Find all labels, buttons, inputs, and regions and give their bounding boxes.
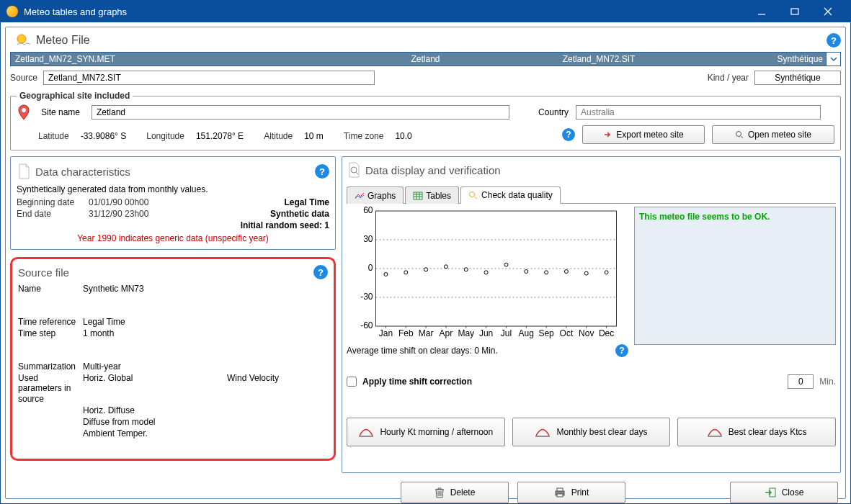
- summ-value: Multi-year: [83, 361, 328, 372]
- file-name-b: Zetland: [406, 54, 444, 64]
- monthly-clear-button[interactable]: Monthly best clear days: [512, 418, 671, 446]
- svg-text:Apr: Apr: [440, 328, 453, 338]
- btn-label: Close: [782, 487, 804, 498]
- btn-label: Delete: [450, 487, 476, 498]
- shift-minutes-input[interactable]: [788, 374, 814, 389]
- end-label: End date: [17, 209, 89, 219]
- data-display-panel: Data display and verification Graphs Tab…: [342, 156, 841, 473]
- apply-shift-checkbox[interactable]: [347, 377, 357, 387]
- svg-point-54: [464, 268, 468, 271]
- param2: Horiz. Diffuse: [83, 405, 328, 415]
- timestep-label: Time step: [18, 328, 83, 338]
- status-box: This meteo file seems to be OK.: [634, 207, 836, 345]
- param5: Wind Velocity: [227, 373, 328, 404]
- svg-point-52: [424, 268, 428, 271]
- hourly-kt-button[interactable]: Hourly Kt morning / afternoon: [347, 418, 505, 446]
- end-value: 31/12/90 23h00: [89, 209, 148, 219]
- svg-text:Jun: Jun: [479, 328, 493, 338]
- site-name-input[interactable]: [92, 105, 509, 120]
- svg-text:30: 30: [363, 234, 373, 244]
- alt-label: Altitude: [264, 131, 293, 141]
- svg-point-60: [584, 271, 588, 275]
- arrow-right-icon: [603, 130, 612, 139]
- svg-rect-1: [791, 9, 798, 14]
- legal-time: Legal Time: [285, 197, 329, 207]
- help-icon[interactable]: ?: [313, 265, 328, 279]
- curve-icon: [707, 426, 723, 438]
- country-input[interactable]: [576, 105, 821, 120]
- svg-text:60: 60: [363, 207, 373, 215]
- print-button[interactable]: Print: [517, 482, 625, 503]
- data-char-desc: Synthetically generated data from monthl…: [17, 184, 329, 194]
- delete-button[interactable]: Delete: [401, 482, 509, 503]
- curve-icon: [358, 426, 374, 438]
- btn-label: Print: [571, 487, 589, 498]
- svg-line-7: [741, 136, 743, 138]
- help-icon[interactable]: ?: [562, 128, 575, 141]
- source-input[interactable]: [43, 71, 375, 85]
- tz-label: Time zone: [344, 131, 384, 141]
- btn-label: Best clear days Ktcs: [729, 427, 807, 437]
- svg-text:Nov: Nov: [579, 328, 594, 338]
- close-button[interactable]: [811, 1, 845, 22]
- magnify-document-icon: [347, 161, 361, 179]
- help-icon[interactable]: ?: [615, 344, 628, 357]
- timestep-value: 1 month: [83, 328, 328, 338]
- tab-graphs[interactable]: Graphs: [347, 186, 404, 204]
- data-char-title: Data characteristics: [35, 166, 315, 178]
- pin-icon: [17, 104, 31, 121]
- help-icon[interactable]: ?: [827, 33, 841, 48]
- svg-text:Aug: Aug: [519, 328, 534, 338]
- min-label: Min.: [819, 377, 836, 387]
- minimize-button[interactable]: [745, 1, 778, 22]
- svg-text:Jul: Jul: [501, 328, 512, 338]
- export-meteo-button[interactable]: Export meteo site: [582, 125, 705, 144]
- site-name-label: Site name: [41, 107, 84, 117]
- page-title: Meteo File: [36, 34, 827, 47]
- export-label: Export meteo site: [616, 130, 683, 140]
- printer-icon: [554, 487, 566, 498]
- maximize-button[interactable]: [778, 1, 811, 22]
- sun-icon: [14, 32, 32, 49]
- svg-rect-66: [557, 488, 563, 491]
- exit-icon: [765, 487, 776, 498]
- svg-point-50: [384, 273, 388, 276]
- svg-point-4: [17, 35, 26, 43]
- file-selector[interactable]: Zetland_MN72_SYN.MET Zetland Zetland_MN7…: [10, 52, 841, 66]
- document-icon: [17, 163, 31, 180]
- tab-tables[interactable]: Tables: [405, 186, 459, 204]
- close-dialog-button[interactable]: Close: [730, 482, 838, 503]
- chevron-down-icon[interactable]: [826, 53, 840, 66]
- btn-label: Monthly best clear days: [556, 427, 647, 437]
- window-title: Meteo tables and graphs: [24, 6, 745, 17]
- kind-label: Kind / year: [708, 73, 749, 83]
- param1: Horiz. Global: [83, 373, 227, 404]
- svg-text:Jan: Jan: [379, 328, 393, 338]
- begin-value: 01/01/90 00h00: [89, 197, 148, 207]
- apply-shift-label: Apply time shift correction: [362, 377, 472, 387]
- help-icon[interactable]: ?: [315, 164, 329, 179]
- data-characteristics-panel: Data characteristics ? Synthetically gen…: [10, 156, 336, 250]
- country-label: Country: [538, 107, 569, 117]
- svg-point-6: [736, 132, 741, 137]
- svg-point-59: [564, 270, 568, 274]
- svg-point-15: [470, 192, 475, 197]
- search-icon: [735, 130, 744, 139]
- summ-label: Summarization: [18, 361, 83, 372]
- tab-check-quality[interactable]: Check data quality: [460, 186, 561, 204]
- svg-text:Dec: Dec: [599, 328, 614, 338]
- timeref-label: Time reference: [18, 317, 83, 327]
- svg-point-5: [22, 108, 26, 112]
- display-title: Data display and verification: [365, 164, 836, 176]
- app-icon: [6, 6, 18, 17]
- file-name-a: Zetland_MN72_SYN.MET: [11, 54, 120, 64]
- best-clear-button[interactable]: Best clear days Ktcs: [677, 418, 836, 446]
- seed: Initial random seed: 1: [241, 220, 329, 230]
- svg-rect-67: [557, 494, 563, 497]
- svg-rect-10: [414, 192, 422, 199]
- svg-text:-60: -60: [360, 320, 373, 330]
- tab-label: Graphs: [367, 191, 396, 201]
- svg-text:Feb: Feb: [398, 328, 414, 338]
- source-file-title: Source file: [18, 266, 313, 279]
- open-meteo-button[interactable]: Open meteo site: [712, 125, 834, 144]
